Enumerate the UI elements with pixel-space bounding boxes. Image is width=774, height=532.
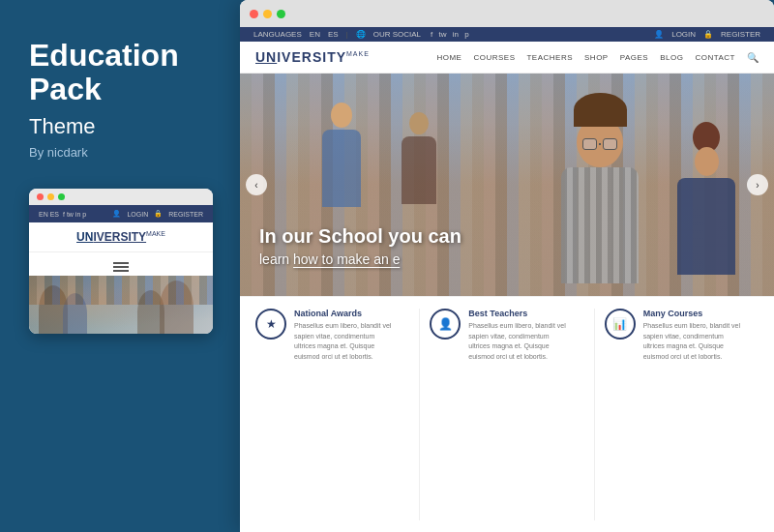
awards-icon: ★ — [255, 309, 286, 340]
person-icon: 👤 — [654, 30, 664, 39]
site-logo[interactable]: UNIVERSITYMAKE — [255, 49, 370, 65]
nav-courses[interactable]: COURSES — [473, 53, 515, 62]
lock-icon: 🔒 — [703, 30, 713, 39]
feature-courses-title: Many Courses — [643, 309, 747, 318]
feature-teachers-desc: Phasellus eum libero, blandit vel sapien… — [468, 321, 572, 362]
site-content: LANGUAGES EN ES | 🌐 OUR SOCIAL f tw in p… — [240, 27, 774, 532]
mobile-nav: UNIVERSITYMAKE — [29, 222, 213, 252]
main-student — [542, 93, 658, 296]
feature-awards-title: National Awards — [294, 309, 398, 318]
teachers-icon: 👤 — [430, 309, 461, 340]
facebook-icon[interactable]: f — [431, 30, 432, 39]
lang-en[interactable]: EN — [310, 30, 320, 39]
feature-teachers-title: Best Teachers — [468, 309, 572, 318]
student-right — [668, 122, 745, 286]
student-bg-2 — [395, 112, 443, 209]
logo-un: UN — [255, 49, 277, 65]
feature-best-teachers: 👤 Best Teachers Phasellus eum libero, bl… — [430, 309, 583, 520]
social-icons: f tw in p — [429, 30, 471, 39]
browser-chrome — [240, 0, 774, 27]
twitter-icon[interactable]: tw — [438, 30, 446, 39]
mobile-hamburger-icon[interactable] — [113, 262, 129, 272]
nav-links: HOME COURSES TEACHERS SHOP PAGES BLOG CO… — [436, 52, 759, 63]
mobile-top-bar: EN ES f tw in p 👤 LOGIN 🔒 REGISTER — [29, 205, 213, 222]
feature-courses-desc: Phasellus eum libero, blandit vel sapien… — [643, 321, 747, 362]
nav-blog[interactable]: BLOG — [660, 53, 683, 62]
mobile-dot-green — [58, 193, 65, 200]
theme-title: Education Pack — [29, 39, 211, 106]
feature-many-courses: 📊 Many Courses Phasellus eum libero, bla… — [605, 309, 759, 520]
nav-pages[interactable]: PAGES — [620, 53, 648, 62]
mobile-logo: UNIVERSITYMAKE — [76, 230, 165, 244]
hero-heading: In our School you can — [259, 225, 461, 248]
languages-label: LANGUAGES — [253, 30, 302, 39]
pinterest-icon[interactable]: p — [464, 30, 468, 39]
our-social-label: 🌐 — [356, 30, 366, 39]
mobile-dot-red — [37, 193, 44, 200]
feature-national-awards: ★ National Awards Phasellus eum libero, … — [255, 309, 409, 520]
nav-teachers[interactable]: TEACHERS — [526, 53, 573, 62]
carousel-next-button[interactable]: › — [747, 174, 768, 195]
student-bg-1 — [317, 103, 366, 219]
mobile-hero-image — [29, 276, 213, 334]
linkedin-icon[interactable]: in — [453, 30, 459, 39]
hero-subheading-link[interactable]: how to make an e — [293, 251, 401, 267]
feature-divider-1 — [419, 309, 420, 520]
nav-home[interactable]: HOME — [436, 53, 461, 62]
carousel-prev-button[interactable]: ‹ — [246, 174, 267, 195]
register-link[interactable]: REGISTER — [721, 30, 760, 39]
theme-author: By nicdark — [29, 145, 211, 160]
feature-divider-2 — [594, 309, 595, 520]
mobile-mockup: EN ES f tw in p 👤 LOGIN 🔒 REGISTER UNIVE… — [29, 189, 213, 334]
desktop-preview: LANGUAGES EN ES | 🌐 OUR SOCIAL f tw in p… — [240, 0, 774, 532]
mobile-logo-un: UN — [76, 230, 93, 244]
left-panel: Education Pack Theme By nicdark EN ES f … — [0, 0, 240, 532]
hero-section: ‹ › In our School you can learn how to m… — [240, 74, 774, 296]
search-icon[interactable]: 🔍 — [747, 52, 759, 63]
theme-subtitle: Theme — [29, 114, 211, 139]
lang-es[interactable]: ES — [328, 30, 339, 39]
login-link[interactable]: LOGIN — [671, 30, 696, 39]
nav-contact[interactable]: CONTACT — [695, 53, 735, 62]
courses-icon: 📊 — [605, 309, 636, 340]
browser-dot-yellow[interactable] — [263, 10, 272, 18]
hero-subheading: learn how to make an e — [259, 251, 461, 267]
mobile-browser-bar — [29, 189, 213, 205]
mobile-dot-yellow — [47, 193, 54, 200]
nav-shop[interactable]: SHOP — [584, 53, 609, 62]
top-utility-bar: LANGUAGES EN ES | 🌐 OUR SOCIAL f tw in p… — [240, 27, 774, 42]
browser-dot-green[interactable] — [277, 10, 285, 18]
browser-dot-red[interactable] — [250, 10, 258, 18]
feature-awards-desc: Phasellus eum libero, blandit vel sapien… — [294, 321, 398, 362]
hero-text-overlay: In our School you can learn how to make … — [259, 225, 461, 267]
main-navigation: UNIVERSITYMAKE HOME COURSES TEACHERS SHO… — [240, 42, 774, 74]
features-strip: ★ National Awards Phasellus eum libero, … — [240, 296, 774, 532]
